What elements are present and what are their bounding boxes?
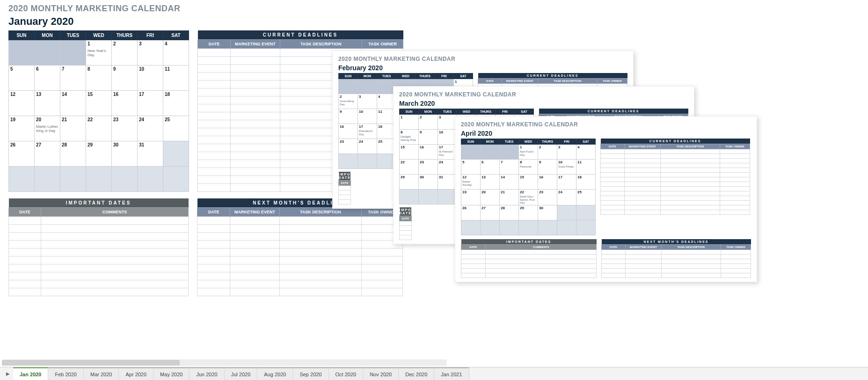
table-cell[interactable] [231,80,280,88]
table-cell[interactable] [198,49,231,57]
table-cell[interactable] [362,248,403,256]
table-cell[interactable] [230,256,279,264]
table-cell[interactable] [601,205,625,210]
calendar-cell[interactable]: 17President's Day [358,124,377,139]
table-cell[interactable] [720,168,750,173]
table-cell[interactable] [626,254,662,259]
table-cell[interactable] [279,280,362,288]
calendar-cell[interactable]: 25 [163,116,189,141]
table-cell[interactable] [231,144,280,152]
table-cell[interactable] [9,225,41,233]
table-cell[interactable] [197,225,230,233]
table-cell[interactable] [486,249,597,254]
table-cell[interactable] [198,136,231,144]
table-cell[interactable] [279,233,362,241]
table-cell[interactable] [601,173,625,177]
calendar-cell[interactable]: 3 [438,115,457,130]
table-cell[interactable] [198,112,231,120]
calendar-cell[interactable]: 26 [9,141,35,167]
table-cell[interactable] [198,176,231,184]
calendar-cell[interactable]: 31 [138,141,163,167]
table-cell[interactable] [625,154,661,159]
calendar-cell[interactable]: 29 [400,175,419,190]
calendar-cell[interactable]: 23 [339,139,358,154]
table-cell[interactable] [720,196,750,201]
calendar-cell[interactable]: 16 [419,145,438,160]
table-cell[interactable] [625,149,661,154]
table-cell[interactable] [661,268,721,273]
table-cell[interactable] [41,217,189,225]
table-cell[interactable] [339,190,351,195]
table-cell[interactable] [626,263,662,268]
table-cell[interactable] [720,205,750,210]
table-cell[interactable] [9,256,41,264]
sheet-nav-icon[interactable]: ▶ [3,367,13,380]
calendar-cell[interactable]: 15 [400,145,419,160]
sheet-tab[interactable]: Sep 2020 [293,367,328,380]
sheet-tab[interactable]: Apr 2020 [119,367,153,380]
table-cell[interactable] [197,233,230,241]
table-cell[interactable] [41,225,189,233]
table-cell[interactable] [400,231,412,235]
table-cell[interactable] [601,159,625,163]
table-cell[interactable] [601,163,625,168]
table-cell[interactable] [625,159,661,163]
sheet-tab[interactable]: Jun 2020 [190,367,224,380]
table-cell[interactable] [231,65,280,73]
table-cell[interactable] [625,210,661,215]
calendar-cell[interactable]: 4 [163,40,189,66]
table-cell[interactable] [41,272,189,280]
table-cell[interactable] [602,263,626,268]
table-cell[interactable] [231,128,280,136]
table-cell[interactable] [41,264,189,272]
table-cell[interactable] [230,272,279,280]
calendar-cell[interactable]: 2 [112,40,138,66]
table-cell[interactable] [339,186,351,190]
calendar-cell[interactable]: 25 [576,190,596,205]
table-cell[interactable] [231,96,280,104]
sheet-tab[interactable]: Jul 2020 [225,367,258,380]
calendar-cell[interactable]: 23 [538,190,557,205]
calendar-cell[interactable]: 15 [86,91,112,116]
table-cell[interactable] [198,57,231,65]
calendar-cell[interactable]: 7 [60,66,86,91]
calendar-cell[interactable]: 17 [138,91,163,116]
horizontal-scrollbar[interactable] [2,359,447,366]
table-cell[interactable] [231,136,280,144]
table-cell[interactable] [230,264,279,272]
calendar-cell[interactable]: 18 [163,91,189,116]
sheet-tab[interactable]: Nov 2020 [363,367,399,380]
table-cell[interactable] [230,248,279,256]
table-cell[interactable] [486,263,597,268]
table-cell[interactable] [9,264,41,272]
calendar-cell[interactable]: 24 [557,190,576,205]
calendar-cell[interactable]: 16 [112,91,138,116]
sheet-tab[interactable]: Jan 2020 [13,367,48,380]
calendar-cell[interactable]: 24 [138,116,163,141]
calendar-cell[interactable]: 24 [358,139,377,154]
table-cell[interactable] [198,152,231,160]
table-cell[interactable] [197,248,230,256]
calendar-cell[interactable]: 30 [112,141,138,167]
table-cell[interactable] [9,248,41,256]
table-cell[interactable] [231,160,280,168]
table-cell[interactable] [602,254,626,259]
calendar-cell[interactable]: 6 [481,160,500,175]
table-cell[interactable] [198,128,231,136]
calendar-cell[interactable]: 9 [339,109,358,124]
table-cell[interactable] [400,221,412,226]
table-cell[interactable] [197,288,230,296]
table-cell[interactable] [230,280,279,288]
table-cell[interactable] [231,73,280,80]
sheet-tab[interactable]: Dec 2020 [399,367,434,380]
table-cell[interactable] [486,254,597,259]
table-cell[interactable] [625,182,661,187]
calendar-cell[interactable]: 3 [358,94,377,109]
calendar-cell[interactable]: 29 [519,205,538,220]
table-cell[interactable] [486,273,597,278]
calendar-cell[interactable]: 30 [419,175,438,190]
calendar-cell[interactable]: 22 [400,160,419,175]
table-cell[interactable] [279,272,362,280]
sheet-tab[interactable]: Feb 2020 [48,367,83,380]
table-cell[interactable] [601,196,625,201]
